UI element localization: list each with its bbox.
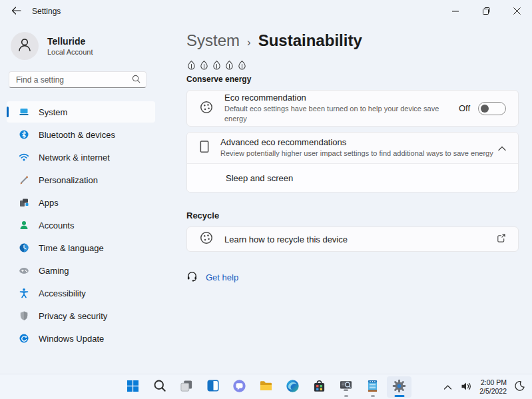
window-controls (440, 0, 532, 23)
clock-icon (19, 242, 29, 253)
bluetooth-icon (19, 129, 29, 140)
accounts-icon (19, 220, 29, 230)
running-indicator (344, 395, 348, 397)
start-button[interactable] (121, 376, 145, 398)
clock-time: 2:00 PM (479, 378, 507, 387)
file-explorer-button[interactable] (254, 376, 278, 398)
sidebar-item-label: Time & language (39, 243, 104, 253)
get-help-label: Get help (206, 272, 238, 282)
sidebar-item-apps[interactable]: Apps (7, 192, 155, 213)
chevron-up-icon (498, 142, 506, 154)
toggle-state-label: Off (459, 103, 470, 113)
settings-app-button[interactable] (387, 376, 411, 398)
breadcrumb: System › Sustainability (186, 31, 519, 50)
sidebar-item-system[interactable]: System (7, 101, 155, 123)
taskbar-clock[interactable]: 2:00 PM 2/5/2022 (479, 378, 507, 396)
sidebar-item-label: Gaming (39, 266, 69, 276)
volume-button[interactable] (459, 380, 473, 395)
speaker-icon (461, 381, 472, 394)
notepad-button[interactable] (360, 376, 385, 398)
widgets-icon (206, 379, 220, 394)
sleep-and-screen-label: Sleep and screen (226, 173, 293, 183)
external-link-icon (496, 233, 506, 246)
sidebar-item-time-language[interactable]: Time & language (7, 237, 155, 258)
settings-window: Settings Telluride (0, 0, 532, 374)
leaf-icon (186, 60, 196, 73)
sidebar-item-label: Accessibility (39, 288, 86, 298)
back-arrow-icon (11, 7, 21, 17)
edge-browser-button[interactable] (280, 376, 305, 398)
sidebar-item-personalization[interactable]: Personalization (7, 169, 155, 191)
sidebar-item-network-internet[interactable]: Network & internet (7, 147, 155, 168)
update-arrows-icon (19, 333, 29, 344)
restore-icon (483, 7, 490, 17)
widgets-button[interactable] (200, 376, 225, 398)
focus-assist-button[interactable] (513, 379, 527, 395)
main-content: System › Sustainability Conserve energy … (186, 23, 532, 374)
advanced-eco-title: Advanced eco recommendations (220, 137, 498, 147)
close-icon (513, 7, 521, 17)
eco-recommendation-card: Eco recommendation Default eco settings … (186, 90, 519, 127)
search-box[interactable] (9, 71, 146, 88)
sidebar-item-windows-update[interactable]: Windows Update (7, 328, 155, 349)
chat-icon (232, 379, 246, 395)
task-view-icon (180, 379, 193, 394)
minimize-icon (452, 7, 459, 17)
search-input[interactable] (16, 75, 132, 85)
search-icon (132, 74, 140, 86)
eco-recommendation-description: Default eco settings have been turned on… (224, 104, 457, 124)
gamepad-icon (19, 265, 29, 276)
advanced-eco-description: Review potentially higher user impact se… (220, 149, 498, 159)
store-bag-icon (312, 379, 326, 395)
get-help-link[interactable]: Get help (186, 270, 238, 284)
sleep-and-screen-row[interactable]: Sleep and screen (187, 163, 518, 192)
notepad-icon (366, 379, 380, 395)
edge-icon (286, 379, 300, 395)
taskbar-search-button[interactable] (147, 376, 172, 398)
breadcrumb-parent[interactable]: System (186, 31, 240, 50)
taskbar: 2:00 PM 2/5/2022 (0, 374, 532, 399)
close-button[interactable] (501, 0, 532, 23)
taskbar-center-icons (121, 376, 411, 398)
sidebar-item-accounts[interactable]: Accounts (7, 214, 155, 236)
recycle-link-card[interactable]: Learn how to recycle this device (186, 226, 519, 252)
moon-icon (514, 380, 525, 394)
minimize-button[interactable] (440, 0, 471, 23)
sidebar-item-label: Apps (39, 198, 59, 208)
folder-icon (259, 379, 273, 395)
sidebar-item-accessibility[interactable]: Accessibility (7, 282, 155, 304)
user-account-card[interactable]: Telluride Local Account (11, 32, 186, 60)
quick-assist-button[interactable] (334, 376, 358, 398)
maximize-restore-button[interactable] (471, 0, 501, 23)
accessibility-person-icon (19, 288, 29, 298)
task-view-button[interactable] (174, 376, 198, 398)
conserve-energy-leaves (186, 60, 519, 73)
monitor-magnifier-icon (339, 379, 353, 395)
back-button[interactable] (5, 2, 27, 21)
window-title: Settings (32, 7, 61, 16)
eco-recommendation-toggle[interactable] (478, 102, 506, 115)
system-icon (19, 107, 29, 117)
sidebar-item-label: Network & internet (39, 153, 110, 163)
device-screen-icon (199, 140, 210, 156)
eco-icon (199, 230, 214, 248)
user-account-type: Local Account (47, 48, 93, 56)
shield-icon (19, 310, 29, 321)
chat-button[interactable] (227, 376, 252, 398)
sidebar-item-bluetooth-devices[interactable]: Bluetooth & devices (7, 124, 155, 145)
page-title: Sustainability (258, 31, 362, 50)
sidebar-item-gaming[interactable]: Gaming (7, 260, 155, 281)
sidebar-item-privacy-security[interactable]: Privacy & security (7, 305, 155, 326)
microsoft-store-button[interactable] (307, 376, 332, 398)
apps-icon (19, 197, 29, 208)
user-name: Telluride (47, 36, 93, 47)
chevron-up-icon (443, 382, 452, 392)
advanced-eco-expander[interactable]: Advanced eco recommendations Review pote… (187, 133, 518, 163)
running-indicator-focused (394, 395, 404, 397)
leaf-icon (237, 60, 247, 73)
settings-nav: System Bluetooth & devices Network & int… (0, 101, 186, 349)
leaf-icon (224, 60, 234, 73)
hidden-icons-button[interactable] (442, 381, 453, 394)
breadcrumb-separator-icon: › (247, 36, 251, 49)
running-indicator (371, 395, 375, 397)
